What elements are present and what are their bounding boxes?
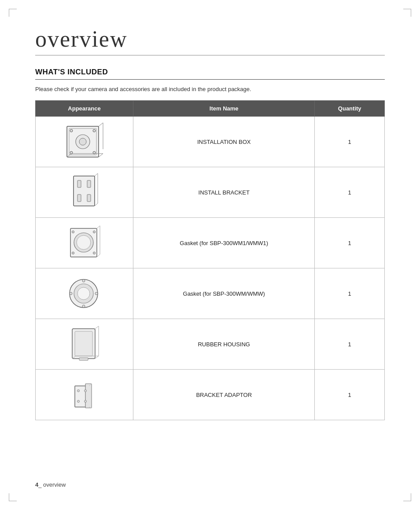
section-divider bbox=[35, 79, 385, 80]
svg-point-49 bbox=[77, 390, 79, 392]
item-name-rubber-housing: RUBBER HOUSING bbox=[133, 319, 315, 370]
svg-rect-13 bbox=[74, 176, 95, 206]
svg-point-27 bbox=[72, 252, 74, 254]
svg-point-37 bbox=[70, 292, 72, 295]
item-qty-gasket2: 1 bbox=[315, 268, 385, 319]
svg-line-18 bbox=[95, 173, 98, 176]
page-footer: 4_ overview bbox=[35, 481, 66, 488]
svg-rect-15 bbox=[87, 180, 91, 187]
svg-point-35 bbox=[82, 279, 85, 282]
col-header-name: Item Name bbox=[133, 101, 315, 117]
svg-rect-17 bbox=[87, 194, 91, 202]
svg-point-50 bbox=[84, 390, 86, 392]
corner-mark-tr bbox=[403, 9, 411, 17]
svg-line-29 bbox=[97, 226, 100, 228]
install-bracket-image bbox=[39, 172, 129, 212]
item-image-cell bbox=[36, 117, 133, 167]
svg-rect-14 bbox=[77, 180, 81, 187]
item-name-gasket1: Gasket (for SBP-300WM1/WMW1) bbox=[133, 218, 315, 268]
svg-line-11 bbox=[99, 154, 103, 157]
title-divider bbox=[35, 55, 385, 55]
svg-line-31 bbox=[97, 254, 100, 257]
col-header-quantity: Quantity bbox=[315, 101, 385, 117]
svg-rect-46 bbox=[79, 358, 88, 360]
svg-rect-48 bbox=[85, 384, 92, 408]
svg-line-20 bbox=[95, 203, 98, 206]
item-image-cell bbox=[36, 268, 133, 319]
item-qty-install-bracket: 1 bbox=[315, 167, 385, 218]
item-image-cell bbox=[36, 167, 133, 218]
svg-line-8 bbox=[99, 123, 103, 126]
svg-point-36 bbox=[82, 305, 85, 308]
item-image-cell bbox=[36, 319, 133, 370]
bracket-adaptor-image bbox=[39, 375, 129, 415]
svg-point-2 bbox=[70, 129, 73, 132]
svg-line-41 bbox=[95, 326, 99, 329]
col-header-appearance: Appearance bbox=[36, 101, 133, 117]
table-row: BRACKET ADAPTOR 1 bbox=[36, 370, 385, 420]
section-heading: WHAT'S INCLUDED bbox=[35, 68, 385, 77]
item-image-cell bbox=[36, 370, 133, 420]
corner-mark-br bbox=[403, 493, 411, 501]
svg-point-25 bbox=[72, 231, 74, 233]
corner-mark-bl bbox=[9, 493, 17, 501]
svg-point-34 bbox=[77, 287, 90, 300]
table-row: RUBBER HOUSING 1 bbox=[36, 319, 385, 370]
svg-point-51 bbox=[77, 400, 79, 403]
rubber-housing-image bbox=[39, 324, 129, 364]
corner-mark-tl bbox=[9, 9, 17, 17]
item-qty-installation-box: 1 bbox=[315, 117, 385, 167]
svg-point-7 bbox=[79, 138, 86, 145]
svg-point-28 bbox=[93, 252, 95, 254]
svg-line-43 bbox=[95, 356, 99, 359]
item-qty-rubber-housing: 1 bbox=[315, 319, 385, 370]
svg-point-52 bbox=[84, 400, 86, 403]
svg-point-3 bbox=[93, 129, 96, 132]
svg-rect-40 bbox=[75, 331, 92, 356]
item-name-bracket-adaptor: BRACKET ADAPTOR bbox=[133, 370, 315, 420]
intro-text: Please check if your camera and accessor… bbox=[35, 86, 385, 92]
gasket2-image bbox=[39, 274, 129, 313]
installation-box-image bbox=[39, 122, 129, 161]
svg-point-26 bbox=[93, 231, 95, 233]
svg-rect-16 bbox=[77, 194, 81, 202]
table-row: Gasket (for SBP-300WM/WMW) 1 bbox=[36, 268, 385, 319]
gasket1-image bbox=[39, 223, 129, 263]
svg-point-38 bbox=[95, 292, 98, 295]
svg-point-24 bbox=[77, 235, 91, 249]
item-name-installation-box: INSTALLATION BOX bbox=[133, 117, 315, 167]
page-title: overview bbox=[35, 26, 385, 51]
item-qty-gasket1: 1 bbox=[315, 218, 385, 268]
table-row: Gasket (for SBP-300WM1/WMW1) 1 bbox=[36, 218, 385, 268]
item-qty-bracket-adaptor: 1 bbox=[315, 370, 385, 420]
item-name-gasket2: Gasket (for SBP-300WM/WMW) bbox=[133, 268, 315, 319]
item-name-install-bracket: INSTALL BRACKET bbox=[133, 167, 315, 218]
item-image-cell bbox=[36, 218, 133, 268]
footer-label: _ overview bbox=[38, 481, 66, 488]
table-row: INSTALLATION BOX 1 bbox=[36, 117, 385, 167]
items-table: Appearance Item Name Quantity bbox=[35, 100, 385, 420]
table-row: INSTALL BRACKET 1 bbox=[36, 167, 385, 218]
